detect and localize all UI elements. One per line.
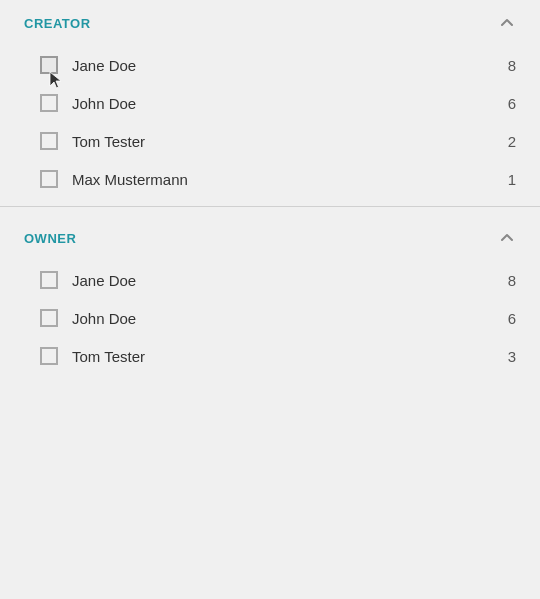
owner-item-john-doe[interactable]: John Doe 6 [0, 299, 540, 337]
owner-label-tom-tester: Tom Tester [72, 348, 145, 365]
owner-count-jane-doe: 8 [508, 272, 516, 289]
owner-section-title: OWNER [24, 231, 76, 246]
creator-count-max-mustermann: 1 [508, 171, 516, 188]
creator-section: CREATOR Jane Doe 8 [0, 0, 540, 198]
creator-count-tom-tester: 2 [508, 133, 516, 150]
owner-label-john-doe: John Doe [72, 310, 136, 327]
owner-chevron-icon [498, 229, 516, 247]
creator-label-max-mustermann: Max Mustermann [72, 171, 188, 188]
owner-checkbox-jane-doe[interactable] [40, 271, 58, 289]
owner-checkbox-tom-tester[interactable] [40, 347, 58, 365]
creator-section-title: CREATOR [24, 16, 91, 31]
owner-section-header[interactable]: OWNER [0, 215, 540, 261]
section-divider [0, 206, 540, 207]
creator-item-jane-doe[interactable]: Jane Doe 8 [0, 46, 540, 84]
owner-section: OWNER Jane Doe 8 John Doe 6 [0, 215, 540, 375]
creator-checkbox-tom-tester[interactable] [40, 132, 58, 150]
owner-count-tom-tester: 3 [508, 348, 516, 365]
creator-chevron-icon [498, 14, 516, 32]
creator-item-max-mustermann[interactable]: Max Mustermann 1 [0, 160, 540, 198]
creator-item-john-doe[interactable]: John Doe 6 [0, 84, 540, 122]
creator-checkbox-john-doe[interactable] [40, 94, 58, 112]
creator-label-tom-tester: Tom Tester [72, 133, 145, 150]
owner-count-john-doe: 6 [508, 310, 516, 327]
creator-count-jane-doe: 8 [508, 57, 516, 74]
creator-item-tom-tester[interactable]: Tom Tester 2 [0, 122, 540, 160]
creator-count-john-doe: 6 [508, 95, 516, 112]
owner-label-jane-doe: Jane Doe [72, 272, 136, 289]
filter-panel: CREATOR Jane Doe 8 [0, 0, 540, 375]
creator-checkbox-jane-doe[interactable] [40, 56, 58, 74]
owner-checkbox-john-doe[interactable] [40, 309, 58, 327]
owner-item-jane-doe[interactable]: Jane Doe 8 [0, 261, 540, 299]
creator-section-header[interactable]: CREATOR [0, 0, 540, 46]
creator-label-jane-doe: Jane Doe [72, 57, 136, 74]
creator-label-john-doe: John Doe [72, 95, 136, 112]
creator-checkbox-max-mustermann[interactable] [40, 170, 58, 188]
owner-item-tom-tester[interactable]: Tom Tester 3 [0, 337, 540, 375]
